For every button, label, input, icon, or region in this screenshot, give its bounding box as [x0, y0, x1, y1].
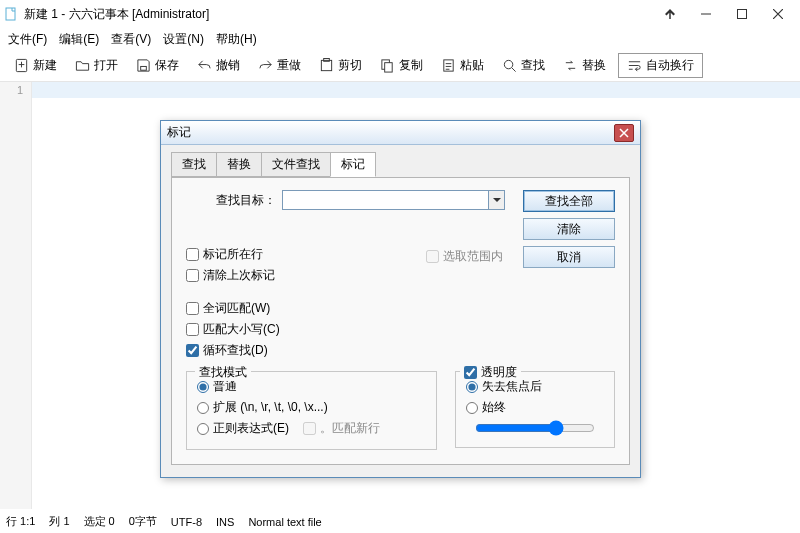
- minimize-button[interactable]: [688, 1, 724, 27]
- trans-always[interactable]: 始终: [466, 399, 604, 416]
- collapse-button[interactable]: [652, 1, 688, 27]
- tab-find[interactable]: 查找: [171, 152, 217, 177]
- toolbar-find[interactable]: 查找: [496, 53, 551, 78]
- clear-button[interactable]: 清除: [523, 218, 615, 240]
- svg-point-10: [504, 60, 512, 68]
- line-number: 1: [0, 84, 23, 96]
- menu-file[interactable]: 文件(F): [8, 31, 47, 48]
- dialog-title: 标记: [167, 124, 614, 141]
- svg-rect-2: [738, 10, 747, 19]
- find-target-dropdown[interactable]: [489, 190, 505, 210]
- menu-bar: 文件(F) 编辑(E) 查看(V) 设置(N) 帮助(H): [0, 28, 800, 50]
- toolbar-redo[interactable]: 重做: [252, 53, 307, 78]
- dialog-tabs: 查找 替换 文件查找 标记: [171, 152, 630, 178]
- transparency-slider[interactable]: [475, 420, 595, 436]
- mode-extended[interactable]: 扩展 (\n, \r, \t, \0, \x...): [197, 399, 426, 416]
- status-selection: 选定 0: [84, 514, 115, 529]
- status-encoding: UTF-8: [171, 516, 202, 528]
- find-target-combo: [282, 190, 505, 210]
- new-file-icon: [14, 58, 29, 73]
- folder-open-icon: [75, 58, 90, 73]
- dialog-close-button[interactable]: [614, 124, 634, 142]
- line-number-gutter: 1: [0, 82, 32, 509]
- tab-replace[interactable]: 替换: [216, 152, 262, 177]
- save-icon: [136, 58, 151, 73]
- toolbar-cut[interactable]: 剪切: [313, 53, 368, 78]
- status-insert-mode: INS: [216, 516, 234, 528]
- status-line: 行 1:1: [6, 514, 35, 529]
- toolbar-open[interactable]: 打开: [69, 53, 124, 78]
- menu-help[interactable]: 帮助(H): [216, 31, 257, 48]
- search-icon: [502, 58, 517, 73]
- menu-view[interactable]: 查看(V): [111, 31, 151, 48]
- current-line: [32, 82, 800, 98]
- opt-in-selection: 选取范围内: [426, 248, 503, 265]
- opt-clear-last[interactable]: 清除上次标记: [186, 267, 408, 284]
- wrap-icon: [627, 58, 642, 73]
- tab-panel-mark: 查找目标： 查找全部 清除 标记所在行 清除上次标记: [171, 177, 630, 465]
- replace-icon: [563, 58, 578, 73]
- window-title: 新建 1 - 六六记事本 [Administrator]: [24, 6, 652, 23]
- maximize-button[interactable]: [724, 1, 760, 27]
- toolbar-paste[interactable]: 粘贴: [435, 53, 490, 78]
- undo-icon: [197, 58, 212, 73]
- svg-rect-8: [385, 63, 393, 72]
- toolbar-replace[interactable]: 替换: [557, 53, 612, 78]
- transparency-legend: 透明度: [460, 364, 521, 381]
- cut-icon: [319, 58, 334, 73]
- window-controls: [652, 1, 796, 27]
- status-bytes: 0字节: [129, 514, 157, 529]
- svg-rect-0: [6, 8, 15, 20]
- find-all-button[interactable]: 查找全部: [523, 190, 615, 212]
- search-mode-legend: 查找模式: [195, 364, 251, 381]
- find-target-input[interactable]: [282, 190, 489, 210]
- opt-whole-word[interactable]: 全词匹配(W): [186, 300, 615, 317]
- close-icon: [619, 128, 629, 138]
- menu-edit[interactable]: 编辑(E): [59, 31, 99, 48]
- transparency-group: 透明度 失去焦点后 始终: [455, 371, 615, 448]
- opt-transparency-enable[interactable]: 透明度: [464, 364, 517, 381]
- opt-wrap-search[interactable]: 循环查找(D): [186, 342, 615, 359]
- toolbar-undo[interactable]: 撤销: [191, 53, 246, 78]
- opt-match-case[interactable]: 匹配大小写(C): [186, 321, 615, 338]
- svg-rect-1: [701, 14, 711, 15]
- toolbar: 新建 打开 保存 撤销 重做 剪切 复制 粘贴 查找 替换 自动换行: [0, 50, 800, 82]
- cancel-button[interactable]: 取消: [523, 246, 615, 268]
- opt-mark-line[interactable]: 标记所在行: [186, 246, 408, 263]
- tab-findinfiles[interactable]: 文件查找: [261, 152, 331, 177]
- status-filetype: Normal text file: [248, 516, 321, 528]
- find-target-label: 查找目标：: [216, 192, 276, 209]
- status-column: 列 1: [49, 514, 69, 529]
- paste-icon: [441, 58, 456, 73]
- search-mode-group: 查找模式 普通 扩展 (\n, \r, \t, \0, \x...) 正则表达式…: [186, 371, 437, 450]
- toolbar-save[interactable]: 保存: [130, 53, 185, 78]
- chevron-down-icon: [493, 196, 501, 204]
- close-button[interactable]: [760, 1, 796, 27]
- toolbar-copy[interactable]: 复制: [374, 53, 429, 78]
- app-icon: [4, 7, 18, 21]
- opt-match-newline: 。匹配新行: [303, 420, 380, 437]
- dialog-titlebar[interactable]: 标记: [161, 121, 640, 145]
- copy-icon: [380, 58, 395, 73]
- menu-settings[interactable]: 设置(N): [163, 31, 204, 48]
- svg-rect-5: [321, 60, 331, 70]
- mark-dialog: 标记 查找 替换 文件查找 标记 查找目标：: [160, 120, 641, 478]
- toolbar-wordwrap[interactable]: 自动换行: [618, 53, 703, 78]
- window-titlebar: 新建 1 - 六六记事本 [Administrator]: [0, 0, 800, 28]
- toolbar-new[interactable]: 新建: [8, 53, 63, 78]
- redo-icon: [258, 58, 273, 73]
- status-bar: 行 1:1 列 1 选定 0 0字节 UTF-8 INS Normal text…: [0, 509, 800, 533]
- tab-mark[interactable]: 标记: [330, 152, 376, 177]
- svg-rect-4: [141, 66, 147, 70]
- mode-regex[interactable]: 正则表达式(E): [197, 420, 289, 437]
